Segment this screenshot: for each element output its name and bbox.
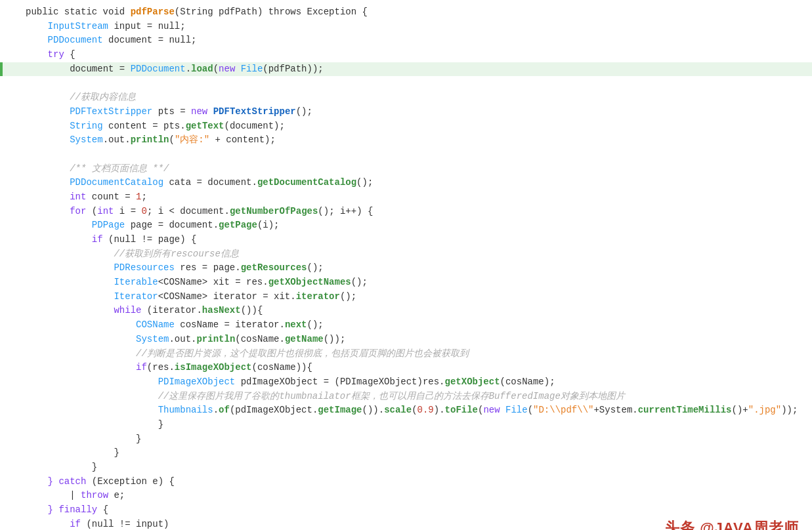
code-line: PDImageXObject pdImageXObject = (PDImage… (0, 375, 812, 390)
code-line: //获取到所有rescourse信息 (0, 247, 812, 262)
line-gutter (0, 205, 23, 219)
code-line: public static void pdfParse(String pdfPa… (0, 5, 812, 20)
line-gutter (0, 76, 23, 91)
line-content: } (23, 418, 812, 432)
line-gutter (0, 119, 23, 134)
code-line: } (0, 460, 812, 475)
line-bar (0, 62, 3, 77)
line-gutter (0, 304, 23, 318)
line-content: PDPage page = document.getPage(i); (23, 218, 812, 233)
line-content: } (23, 446, 812, 460)
line-gutter (0, 290, 23, 304)
line-content: } finally { (23, 503, 812, 518)
line-gutter (0, 361, 23, 375)
line-gutter (0, 20, 23, 34)
line-gutter (0, 489, 23, 503)
line-gutter (0, 91, 23, 105)
code-line: //这里保存图片我用了谷歌的thumbnailator框架，也可以用自己的方法去… (0, 390, 812, 404)
code-line: try { (0, 48, 812, 62)
line-content: public static void pdfParse(String pdfPa… (23, 5, 812, 20)
line-gutter (0, 190, 23, 205)
line-content: PDImageXObject pdImageXObject = (PDImage… (23, 375, 812, 390)
line-content: COSName cosName = iterator.next(); (23, 318, 812, 333)
code-line: } (0, 446, 812, 460)
code-line: if(res.isImageXObject(cosName)){ (0, 361, 812, 375)
line-gutter (0, 218, 23, 233)
line-gutter (0, 390, 23, 404)
line-content: //获取内容信息 (23, 91, 812, 105)
line-gutter (0, 48, 23, 62)
line-content: for (int i = 0; i < document.getNumberOf… (23, 205, 812, 219)
line-content: //获取到所有rescourse信息 (23, 247, 812, 262)
line-content: InputStream input = null; (23, 20, 812, 34)
code-line (0, 148, 812, 162)
watermark: 头条 @JAVA周老师 (665, 517, 799, 530)
line-gutter (0, 318, 23, 333)
line-gutter (0, 33, 23, 48)
code-line: //获取内容信息 (0, 91, 812, 105)
line-gutter (0, 460, 23, 475)
line-content: while (iterator.hasNext()){ (23, 304, 812, 318)
line-content: /** 文档页面信息 **/ (23, 162, 812, 176)
code-line: document = PDDocument.load(new File(pdfP… (0, 62, 812, 77)
code-line: Thumbnails.of(pdImageXObject.getImage())… (0, 403, 812, 418)
code-line: PDPage page = document.getPage(i); (0, 218, 812, 233)
line-gutter (0, 432, 23, 447)
code-line: InputStream input = null; (0, 20, 812, 34)
line-content (23, 76, 812, 91)
code-line: PDResources res = page.getResources(); (0, 261, 812, 275)
code-line: int count = 1; (0, 190, 812, 205)
line-content: PDDocumentCatalog cata = document.getDoc… (23, 176, 812, 190)
line-gutter (0, 233, 23, 247)
line-gutter (0, 375, 23, 390)
line-gutter (0, 518, 23, 530)
line-content: if (null != page) { (23, 233, 812, 247)
line-content: } catch (Exception e) { (23, 475, 812, 489)
line-gutter (0, 503, 23, 518)
line-gutter (0, 403, 23, 418)
line-gutter (0, 105, 23, 119)
line-gutter (0, 418, 23, 432)
code-line: System.out.println(cosName.getName()); (0, 333, 812, 347)
line-gutter (0, 261, 23, 275)
line-gutter (0, 347, 23, 361)
code-line: PDFTextStripper pts = new PDFTextStrippe… (0, 105, 812, 119)
line-content: try { (23, 48, 812, 62)
line-gutter (0, 162, 23, 176)
code-line: COSName cosName = iterator.next(); (0, 318, 812, 333)
line-gutter (0, 247, 23, 262)
line-gutter (0, 176, 23, 190)
code-line: String content = pts.getText(document); (0, 119, 812, 134)
line-gutter (0, 62, 23, 77)
line-content: //判断是否图片资源，这个提取图片也很彻底，包括页眉页脚的图片也会被获取到 (23, 347, 812, 361)
line-content: Thumbnails.of(pdImageXObject.getImage())… (23, 403, 812, 418)
line-content: Iterable<COSName> xit = res.getXObjectNa… (23, 275, 812, 290)
line-gutter (0, 446, 23, 460)
code-line: //判断是否图片资源，这个提取图片也很彻底，包括页眉页脚的图片也会被获取到 (0, 347, 812, 361)
line-content: } (23, 432, 812, 447)
code-line: PDDocumentCatalog cata = document.getDoc… (0, 176, 812, 190)
line-content: if(res.isImageXObject(cosName)){ (23, 361, 812, 375)
code-line: for (int i = 0; i < document.getNumberOf… (0, 205, 812, 219)
code-line: /** 文档页面信息 **/ (0, 162, 812, 176)
code-line: } (0, 418, 812, 432)
line-gutter (0, 133, 23, 148)
code-line: PDDocument document = null; (0, 33, 812, 48)
line-gutter (0, 5, 23, 20)
code-block: public static void pdfParse(String pdfPa… (0, 0, 812, 530)
line-content: } (23, 460, 812, 475)
code-line: System.out.println("内容:" + content); (0, 133, 812, 148)
line-content: PDFTextStripper pts = new PDFTextStrippe… (23, 105, 812, 119)
code-line: } catch (Exception e) { (0, 475, 812, 489)
code-line: Iterable<COSName> xit = res.getXObjectNa… (0, 275, 812, 290)
code-line (0, 76, 812, 91)
line-gutter (0, 275, 23, 290)
line-content: Iterator<COSName> iterator = xit.iterato… (23, 290, 812, 304)
line-gutter (0, 333, 23, 347)
line-content: PDDocument document = null; (23, 33, 812, 48)
line-content: | throw e; (23, 489, 812, 503)
line-content: document = PDDocument.load(new File(pdfP… (23, 62, 812, 77)
line-gutter (0, 475, 23, 489)
line-gutter (0, 148, 23, 162)
line-content: //这里保存图片我用了谷歌的thumbnailator框架，也可以用自己的方法去… (23, 390, 812, 404)
